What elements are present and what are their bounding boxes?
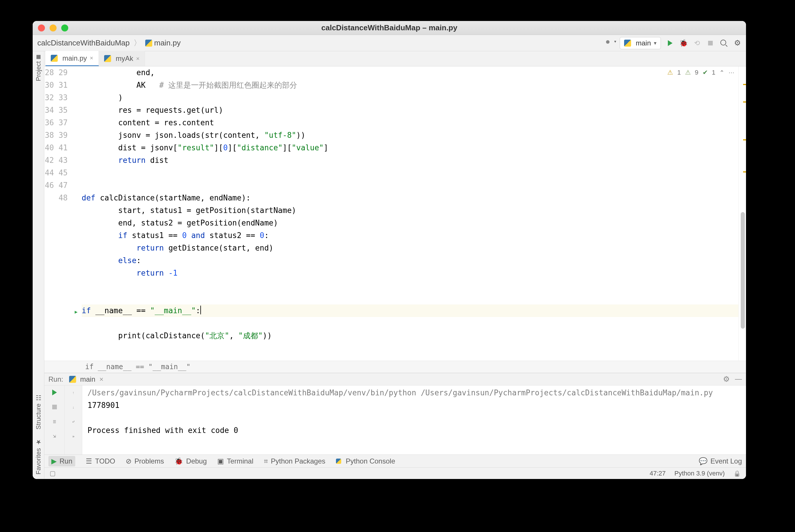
python-icon xyxy=(336,459,341,464)
run-header: Run: main × — xyxy=(44,373,746,385)
tool-terminal[interactable]: ▣Terminal xyxy=(217,457,253,465)
tool-debug[interactable]: 🐞Debug xyxy=(175,457,207,465)
favorites-tool-tab[interactable]: Favorites★ xyxy=(35,438,42,474)
editor-stack: main.py × myAk × ⚠1 ⚠9 ✔1 xyxy=(44,51,746,479)
run-label: Run: xyxy=(49,375,63,383)
main-area: Project Structure☷ Favorites★ main.py × … xyxy=(33,51,746,479)
debug-button[interactable]: 🐞 xyxy=(680,39,688,47)
stop-run-button[interactable] xyxy=(51,403,59,411)
run-tool-window: Run: main × — xyxy=(44,373,746,455)
run-line-marker-icon[interactable]: ▶ xyxy=(75,310,77,314)
typo-icon: ⚠ xyxy=(685,69,691,76)
inspection-summary[interactable]: ⚠1 ⚠9 ✔1 xyxy=(667,69,734,76)
chevron-right-icon: 〉 xyxy=(133,38,141,48)
down-stack-button[interactable]: ↓ xyxy=(69,403,77,411)
text-caret xyxy=(200,306,201,315)
run-button[interactable] xyxy=(666,39,674,47)
rerun-button[interactable] xyxy=(51,388,59,397)
folder-icon xyxy=(36,55,40,59)
soft-wrap-button[interactable]: ⤶ xyxy=(69,418,77,426)
run-config-selector[interactable]: main ▾ xyxy=(620,37,661,49)
run-config-name: main xyxy=(636,39,651,47)
toolbar-actions: ▾ main ▾ 🐞 xyxy=(604,37,741,49)
editor-tabs: main.py × myAk × xyxy=(44,51,746,66)
tool-python-packages[interactable]: ⌗Python Packages xyxy=(264,457,325,465)
breadcrumb-project[interactable]: calcDistanceWithBaiduMap xyxy=(37,38,129,48)
collapse-inspections-icon[interactable] xyxy=(720,69,724,76)
search-everywhere-button[interactable] xyxy=(720,39,728,47)
run-action-bar-2: ↑ ↓ ⤶ » xyxy=(65,385,82,455)
python-file-icon xyxy=(51,55,58,62)
editor-split: ⚠1 ⚠9 ✔1 28 29 30 31 32 33 34 35 36 37 3… xyxy=(44,66,746,479)
more-inspections-icon[interactable] xyxy=(728,69,734,76)
interpreter-status[interactable]: Python 3.9 (venv) xyxy=(674,470,725,477)
tool-todo[interactable]: ☰TODO xyxy=(86,457,115,465)
python-file-icon xyxy=(145,40,152,46)
run-config-tab[interactable]: main × xyxy=(69,375,104,383)
run-with-coverage-button[interactable] xyxy=(693,39,701,47)
tool-python-console[interactable]: Python Console xyxy=(336,457,395,465)
python-icon xyxy=(624,40,631,46)
console-output[interactable]: /Users/gavinsun/PycharmProjects/calcDist… xyxy=(82,385,746,455)
code-editor[interactable]: ⚠1 ⚠9 ✔1 28 29 30 31 32 33 34 35 36 37 3… xyxy=(44,66,746,361)
fold-gutter[interactable]: ▶ xyxy=(73,66,82,361)
titlebar: calcDistanceWithBaiduMap – main.py xyxy=(33,21,746,35)
code-content[interactable]: end, AK # 这里是一开始截图用红色圈起来的部分 ) res = requ… xyxy=(82,66,746,361)
editor-breadcrumb[interactable]: if __name__ == "__main__" xyxy=(44,361,746,373)
status-bar: 47:27 Python 3.9 (venv) xyxy=(44,467,746,479)
window-title: calcDistanceWithBaiduMap – main.py xyxy=(33,23,746,32)
tab-myak[interactable]: myAk × xyxy=(99,51,145,66)
project-tool-tab[interactable]: Project xyxy=(35,55,42,81)
python-icon xyxy=(69,376,76,383)
run-action-bar: ☰ ⇲ xyxy=(44,385,65,455)
close-tab-icon[interactable]: × xyxy=(136,55,140,62)
hide-run-icon[interactable]: — xyxy=(735,375,742,384)
settings-button[interactable] xyxy=(733,39,741,47)
structure-tool-tab[interactable]: Structure☷ xyxy=(35,394,42,430)
warning-icon: ⚠ xyxy=(667,69,673,76)
breadcrumb-file[interactable]: main.py xyxy=(145,38,181,48)
navigation-bar: calcDistanceWithBaiduMap 〉 main.py ▾ mai… xyxy=(33,35,746,51)
star-icon: ★ xyxy=(35,438,42,446)
left-tool-strip: Project Structure☷ Favorites★ xyxy=(33,51,44,479)
tab-main-py[interactable]: main.py × xyxy=(46,51,99,66)
python-file-icon xyxy=(104,55,111,62)
close-run-tab-icon[interactable]: × xyxy=(100,375,104,383)
layout-button[interactable]: ☰ xyxy=(51,418,59,426)
tool-run[interactable]: ▶Run xyxy=(49,456,75,467)
structure-icon: ☷ xyxy=(35,394,42,401)
scrollbar-thumb[interactable] xyxy=(741,212,745,329)
run-body: ☰ ⇲ ↑ ↓ ⤶ » /Users/gavinsun/PycharmProje… xyxy=(44,385,746,455)
run-settings-icon[interactable] xyxy=(723,375,730,384)
line-number-gutter[interactable]: 28 29 30 31 32 33 34 35 36 37 38 39 40 4… xyxy=(44,66,73,361)
scroll-end-button[interactable]: » xyxy=(69,432,77,440)
chevron-down-icon: ▾ xyxy=(654,40,656,46)
stop-button[interactable] xyxy=(706,39,715,47)
bottom-tool-bar: ▶Run ☰TODO ⊘Problems 🐞Debug ▣Terminal ⌗P… xyxy=(44,455,746,467)
close-tab-icon[interactable]: × xyxy=(90,55,93,61)
status-box-icon[interactable] xyxy=(50,470,56,477)
checkmark-icon: ✔ xyxy=(703,69,708,76)
pin-button[interactable]: ⇲ xyxy=(51,432,59,440)
caret-position[interactable]: 47:27 xyxy=(650,470,666,477)
tool-event-log[interactable]: 💬Event Log xyxy=(699,457,742,465)
scrollbar[interactable] xyxy=(738,66,746,361)
lock-icon[interactable] xyxy=(734,470,741,477)
tool-problems[interactable]: ⊘Problems xyxy=(126,457,164,465)
breadcrumb[interactable]: calcDistanceWithBaiduMap 〉 main.py xyxy=(37,38,181,48)
ide-window: calcDistanceWithBaiduMap – main.py calcD… xyxy=(33,21,746,479)
up-stack-button[interactable]: ↑ xyxy=(69,388,77,397)
